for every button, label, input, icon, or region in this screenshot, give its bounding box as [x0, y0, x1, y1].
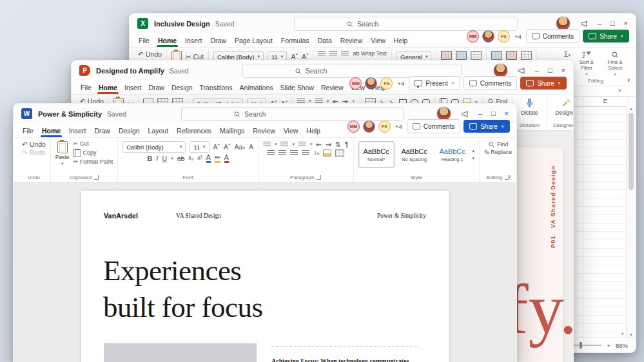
shading-icon[interactable] — [323, 149, 331, 157]
avatar-photo[interactable] — [365, 77, 377, 90]
word-app-icon[interactable]: W — [21, 108, 32, 119]
avatar-overflow-count[interactable]: +4 — [395, 123, 402, 130]
numbering-icon[interactable] — [280, 142, 288, 148]
underline-icon[interactable]: U — [162, 155, 168, 162]
undo-button[interactable]: ↶ Undo — [22, 141, 46, 148]
format-cells-icon[interactable] — [521, 51, 532, 60]
highlight-color-icon[interactable]: ✏ — [215, 154, 220, 163]
tab-insert[interactable]: Insert — [185, 37, 202, 44]
excel-app-icon[interactable]: X — [137, 18, 148, 29]
avatar-fs[interactable]: FS — [378, 120, 391, 133]
tab-formulas[interactable]: Formulas — [281, 37, 309, 44]
tab-file[interactable]: File — [81, 84, 92, 91]
minimize-button[interactable]: – — [478, 110, 482, 117]
tab-file[interactable]: File — [23, 127, 34, 135]
align-top-icon[interactable] — [318, 51, 326, 57]
dialog-launcher-icon[interactable] — [94, 175, 99, 180]
tab-home[interactable]: Home — [42, 127, 61, 135]
align-center-icon[interactable] — [278, 150, 286, 156]
comments-button[interactable]: Comments — [526, 29, 580, 43]
cell-styles-icon[interactable] — [471, 51, 482, 60]
superscript-icon[interactable]: x² — [197, 155, 202, 161]
tab-mailings[interactable]: Mailings — [220, 127, 245, 135]
close-button[interactable]: × — [505, 110, 509, 117]
italic-icon[interactable]: I — [156, 155, 159, 162]
decrease-indent-icon[interactable]: ⇤ — [317, 141, 322, 148]
avatar-mm[interactable]: MM — [467, 30, 479, 43]
multilevel-list-icon[interactable] — [298, 142, 306, 148]
align-bottom-icon[interactable] — [341, 51, 349, 57]
tab-review[interactable]: Review — [253, 127, 275, 135]
delete-cells-icon[interactable] — [506, 51, 517, 60]
share-button[interactable]: Share∨ — [583, 30, 629, 43]
powerpoint-app-icon[interactable]: P — [79, 65, 90, 76]
column-header-e[interactable]: E — [583, 97, 628, 104]
style-normal[interactable]: AaBbCc Normal* — [358, 141, 395, 168]
justify-icon[interactable] — [302, 150, 309, 156]
tab-transitions[interactable]: Transitions — [200, 84, 233, 91]
style-heading-1[interactable]: AaBbCc Heading 1 — [434, 141, 471, 168]
grow-font-icon[interactable]: Aˆ — [213, 144, 220, 151]
avatar-mm[interactable]: MM — [347, 120, 360, 133]
tab-home[interactable]: Home — [99, 84, 117, 91]
tab-slide-show[interactable]: Slide Show — [280, 84, 315, 91]
zoom-slider-thumb[interactable] — [580, 342, 582, 348]
avatar-photo[interactable] — [363, 120, 375, 133]
redo-button[interactable]: ↷ Redo — [22, 149, 46, 157]
avatar-fs[interactable]: FS — [380, 77, 393, 90]
tab-draw[interactable]: Draw — [94, 127, 110, 135]
vertical-scrollbar[interactable]: ▴ ▾ — [626, 106, 636, 338]
tab-draw[interactable]: Draw — [148, 84, 164, 91]
avatar-photo[interactable] — [482, 30, 494, 43]
cut-button[interactable]: ✂ Cut — [73, 141, 89, 147]
shrink-font-icon[interactable]: Aˇ — [302, 53, 309, 61]
format-as-table-icon[interactable] — [456, 51, 467, 60]
scroll-down-icon[interactable]: ▾ — [630, 332, 632, 338]
strikethrough-icon[interactable]: ab — [177, 155, 185, 162]
grow-font-icon[interactable]: Aˆ — [291, 53, 298, 61]
ribbon-collapse-icon[interactable]: ∨ — [627, 77, 630, 83]
maximize-button[interactable]: □ — [548, 67, 552, 74]
megaphone-icon[interactable] — [580, 19, 589, 28]
wrap-text-button[interactable]: ab Wrap Text — [353, 51, 387, 57]
scroll-up-icon[interactable]: ▴ — [630, 106, 632, 111]
format-painter-button[interactable]: ✏ Format Paint — [73, 159, 113, 165]
show-formatting-icon[interactable]: ¶ — [345, 141, 349, 148]
autosum-button[interactable]: Σ▾ — [564, 51, 571, 58]
bold-icon[interactable]: B — [147, 155, 152, 162]
find-select-button[interactable]: Find & Select ∨ — [603, 51, 627, 77]
present-button[interactable]: Present∨ — [409, 76, 460, 90]
comments-button[interactable]: Comments — [463, 76, 517, 90]
tab-review[interactable]: Review — [340, 37, 362, 44]
scrollbar-thumb[interactable] — [629, 113, 634, 190]
copy-button[interactable]: Copy — [73, 149, 97, 157]
align-right-icon[interactable] — [290, 150, 298, 156]
avatar-overflow-count[interactable]: +4 — [397, 80, 404, 87]
conditional-formatting-icon[interactable] — [441, 51, 452, 60]
tab-animations[interactable]: Animations — [240, 84, 273, 91]
styles-scroll-down-icon[interactable]: ▾ — [473, 156, 475, 161]
tab-help[interactable]: Help — [394, 37, 408, 44]
close-button[interactable]: × — [624, 20, 628, 27]
share-button[interactable]: Share∨ — [463, 120, 510, 133]
avatar-fs[interactable]: FS — [498, 30, 510, 43]
minimize-button[interactable]: – — [535, 67, 539, 74]
megaphone-icon[interactable] — [517, 66, 526, 75]
text-effects-icon[interactable]: A — [206, 154, 211, 163]
font-size-select[interactable]: 11▾ — [190, 141, 209, 153]
avatar-overflow-count[interactable]: +4 — [514, 33, 522, 40]
tab-insert[interactable]: Insert — [124, 84, 141, 91]
zoom-in-icon[interactable]: + — [607, 342, 610, 349]
sort-icon[interactable]: ⇅ — [335, 141, 341, 148]
sort-filter-button[interactable]: AZ Sort & Filter ∨ — [574, 51, 599, 77]
paste-button[interactable]: Paste ▾ — [55, 141, 70, 166]
dictate-button[interactable]: Dictate — [517, 97, 542, 117]
document-page[interactable]: VanArsdel VA Shared Design Power & Simpl… — [81, 191, 449, 362]
maximize-button[interactable]: □ — [491, 110, 496, 117]
tab-data[interactable]: Data — [318, 37, 332, 44]
designer-button[interactable]: Designer — [552, 97, 574, 117]
borders-icon[interactable] — [335, 149, 344, 157]
insert-cells-icon[interactable] — [491, 51, 502, 60]
shrink-font-icon[interactable]: Aˇ — [224, 144, 231, 151]
increase-indent-icon[interactable]: ⇥ — [326, 141, 331, 148]
